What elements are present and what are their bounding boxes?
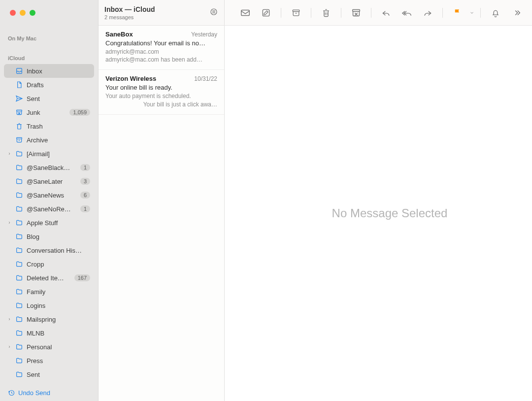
folder-icon (15, 315, 24, 323)
sidebar-item-conversation-his[interactable]: Conversation His… (4, 243, 94, 257)
sidebar-item-saneblack[interactable]: @SaneBlack…1 (4, 161, 94, 174)
sidebar-item-label: @SaneBlack… (27, 164, 77, 171)
reply-button[interactable] (376, 3, 396, 23)
folder-icon (15, 357, 24, 365)
compose-button[interactable] (256, 3, 276, 23)
search-button[interactable] (528, 3, 532, 23)
message-preview: Your auto payment is scheduled.Your bill… (105, 92, 217, 108)
sidebar-item-press[interactable]: Press (4, 354, 94, 368)
flag-menu-button[interactable] (468, 3, 475, 23)
minimize-window-button[interactable] (20, 10, 26, 16)
junk-button[interactable] (346, 3, 366, 23)
archive-icon (15, 136, 24, 144)
overflow-button[interactable] (507, 3, 527, 23)
sidebar-item-mailspring[interactable]: Mailspring (4, 312, 94, 326)
count-badge: 167 (74, 274, 90, 281)
sidebar-item-archive[interactable]: Archive (4, 133, 94, 147)
reply-icon (381, 8, 391, 18)
message-list: SaneBoxYesterdayCongratulations! Your em… (99, 26, 225, 401)
count-badge: 3 (80, 178, 90, 185)
message-sender: Verizon Wireless (105, 75, 156, 82)
reply-all-button[interactable] (397, 3, 417, 23)
archive-button[interactable] (286, 3, 306, 23)
sidebar-item-personal[interactable]: Personal (4, 340, 94, 354)
sidebar-item-family[interactable]: Family (4, 285, 94, 299)
junk-icon (15, 108, 24, 116)
disclosure-triangle-icon[interactable] (7, 221, 12, 225)
sidebar-item-label: Apple Stuff (27, 219, 90, 227)
sidebar-item-cropp[interactable]: Cropp (4, 257, 94, 271)
flag-icon (453, 8, 462, 17)
undo-send-label: Undo Send (18, 389, 50, 397)
sidebar-item-apple-stuff[interactable]: Apple Stuff (4, 216, 94, 230)
sidebar-item-junk[interactable]: Junk1,059 (4, 105, 94, 119)
disclosure-triangle-icon[interactable] (7, 152, 12, 156)
message-preview: admyrick@mac.comadmyrick@mac.com has bee… (105, 48, 217, 64)
sidebar-item-drafts[interactable]: Drafts (4, 78, 94, 92)
delete-button[interactable] (316, 3, 336, 23)
sidebar-item-label: Blog (27, 233, 90, 240)
archive-icon (291, 8, 301, 18)
undo-send-button[interactable]: Undo Send (8, 389, 90, 397)
zoom-window-button[interactable] (30, 10, 35, 16)
mute-button[interactable] (486, 3, 505, 23)
no-selection-label: No Message Selected (332, 206, 448, 220)
sidebar-item-label: Cropp (27, 261, 90, 268)
svg-rect-7 (17, 137, 22, 139)
sidebar-item-deleted-ite[interactable]: Deleted Ite…167 (4, 271, 94, 285)
disclosure-triangle-icon[interactable] (7, 317, 12, 321)
sidebar-item-label: Trash (27, 123, 90, 130)
toolbar-separator (281, 8, 281, 18)
sidebar-item-airmail[interactable]: [Airmail] (4, 147, 94, 161)
count-badge: 6 (80, 192, 90, 199)
filter-button[interactable] (209, 7, 218, 18)
sidebar-item-trash[interactable]: Trash (4, 119, 94, 133)
folder-icon (15, 219, 24, 227)
folder-icon (15, 150, 24, 158)
sidebar-item-label: Deleted Ite… (27, 274, 71, 282)
sidebar-item-mlnb[interactable]: MLNB (4, 326, 94, 340)
sidebar: On My Mac iCloud InboxDraftsSentJunk1,05… (0, 26, 99, 401)
disclosure-triangle-icon[interactable] (7, 345, 12, 349)
reply-all-icon (401, 8, 412, 18)
sidebar-item-label: Archive (27, 136, 90, 144)
folder-icon (15, 246, 24, 254)
forward-button[interactable] (418, 3, 437, 23)
folder-icon (15, 370, 24, 378)
sidebar-item-sanenews[interactable]: @SaneNews6 (4, 188, 94, 202)
svg-rect-4 (353, 9, 360, 11)
sidebar-item-label: Junk (27, 109, 66, 116)
sidebar-item-inbox[interactable]: Inbox (4, 64, 94, 78)
count-badge: 1,059 (69, 109, 90, 116)
clock-arrow-icon (8, 389, 15, 397)
sidebar-item-logins[interactable]: Logins (4, 299, 94, 312)
sidebar-item-sanelater[interactable]: @SaneLater3 (4, 174, 94, 188)
toolbar (225, 0, 532, 26)
toolbar-separator (442, 8, 443, 18)
toolbar-separator (480, 8, 481, 18)
message-date: 10/31/22 (194, 75, 217, 82)
sidebar-item-sanenore[interactable]: @SaneNoRe…1 (4, 202, 94, 216)
message-row[interactable]: SaneBoxYesterdayCongratulations! Your em… (99, 26, 224, 70)
message-date: Yesterday (191, 31, 217, 38)
sidebar-item-sent[interactable]: Sent (4, 92, 94, 105)
compose-icon (261, 8, 271, 18)
folder-icon (15, 274, 24, 282)
count-badge: 1 (80, 164, 90, 171)
list-header: Inbox — iCloud 2 messages (99, 0, 225, 26)
chevrons-right-icon (513, 8, 522, 17)
window-controls (0, 0, 99, 26)
mailbox-subtitle: 2 messages (104, 14, 155, 20)
folder-icon (15, 343, 24, 351)
sidebar-item-sent[interactable]: Sent (4, 368, 94, 381)
message-row[interactable]: Verizon Wireless10/31/22Your online bill… (99, 70, 224, 114)
svg-rect-3 (293, 10, 299, 11)
close-window-button[interactable] (10, 10, 16, 16)
message-sender: SaneBox (105, 31, 133, 38)
flag-button[interactable] (448, 3, 467, 23)
sidebar-item-label: @SaneNoRe… (27, 205, 77, 213)
sidebar-item-blog[interactable]: Blog (4, 230, 94, 243)
get-mail-button[interactable] (235, 3, 255, 23)
trash-icon (15, 122, 24, 130)
sidebar-section-icloud: iCloud (4, 51, 94, 64)
